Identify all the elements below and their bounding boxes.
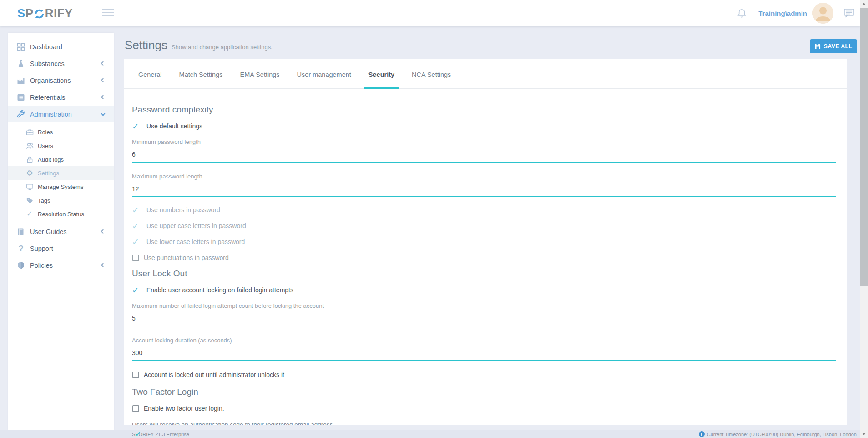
empty-checkbox-icon [132, 405, 139, 412]
checkbox-label: Enable user account locking on failed lo… [146, 286, 293, 294]
chat-icon[interactable] [843, 8, 855, 19]
use-lowercase-checkbox[interactable]: ✓ Use lower case letters in password [132, 236, 836, 247]
checkbox-label: Account is locked out until administrato… [144, 371, 284, 378]
sidebar-item-manage-systems[interactable]: Manage Systems [8, 180, 114, 194]
sidebar-item-support[interactable]: ? Support [8, 240, 114, 257]
locking-duration-field: Account locking duration (as seconds) 30… [132, 336, 836, 361]
sidebar-item-referentials[interactable]: Referentials [8, 89, 114, 106]
notifications-bell-icon[interactable] [737, 8, 747, 19]
user-menu[interactable]: Training\admin [758, 10, 807, 17]
sidebar-item-roles[interactable]: Roles [8, 125, 114, 139]
sidebar-item-substances[interactable]: Substances [8, 55, 114, 72]
sidebar-item-settings[interactable]: ⚙ Settings [8, 166, 114, 180]
tab-match-settings[interactable]: Match Settings [179, 70, 223, 88]
checkmark-icon: ✓ [132, 286, 142, 295]
use-default-settings-checkbox[interactable]: ✓ Use default settings [132, 121, 836, 132]
sidebar-item-label: Administration [30, 111, 72, 118]
chevron-left-icon [101, 78, 106, 82]
empty-checkbox-icon [132, 255, 139, 261]
timezone-text: Current Timezone: (UTC+00:00) Dublin, Ed… [707, 432, 857, 437]
locking-duration-input[interactable]: 300 [132, 349, 836, 357]
sidebar-item-dashboard[interactable]: Dashboard [8, 38, 114, 55]
sidebar-item-administration[interactable]: Administration [8, 106, 114, 122]
sidebar-item-label: Substances [30, 60, 65, 67]
sidebar-item-label: Roles [38, 129, 53, 136]
factory-icon [16, 76, 25, 85]
list-icon [16, 93, 25, 102]
sidebar-item-tags[interactable]: Tags [8, 194, 114, 207]
sidebar-item-organisations[interactable]: Organisations [8, 72, 114, 89]
field-label: Minimum password length [132, 138, 836, 146]
save-all-label: SAVE ALL [824, 43, 853, 50]
security-settings-form: Password complexity ✓ Use default settin… [124, 89, 847, 425]
checkbox-label: Use punctuations in password [144, 254, 229, 261]
sidebar-item-audit-logs[interactable]: Audit logs [8, 153, 114, 166]
administration-submenu: Roles Users Audit logs ⚙ Settings [8, 125, 114, 221]
max-failed-attempts-field: Maximum number of failed login attempt c… [132, 302, 836, 326]
chevron-left-icon [101, 229, 106, 234]
locked-until-admin-checkbox[interactable]: Account is locked out until administrato… [132, 369, 836, 380]
user-lock-out-heading: User Lock Out [132, 268, 836, 279]
lock-icon [25, 155, 34, 163]
min-password-length-input[interactable]: 6 [132, 150, 836, 158]
enable-two-factor-checkbox[interactable]: Enable two factor user login. [132, 403, 836, 414]
sidebar-item-policies[interactable]: Policies [8, 257, 114, 274]
sidebar-item-label: Dashboard [30, 43, 62, 51]
use-uppercase-checkbox[interactable]: ✓ Use upper case letters in password [132, 220, 836, 231]
two-factor-note: Users will receive an authentication cod… [132, 421, 836, 425]
max-failed-attempts-input[interactable]: 5 [132, 314, 836, 322]
logo-rest: RIFY [45, 6, 73, 20]
enable-account-locking-checkbox[interactable]: ✓ Enable user account locking on failed … [132, 285, 836, 295]
navbar-right: Training\admin [737, 0, 858, 26]
checkmark-icon: ✓ [132, 122, 142, 131]
sporify-logo: SP RIFY [17, 6, 73, 20]
logo-letter-p: P [25, 6, 34, 20]
save-all-button[interactable]: SAVE ALL [810, 39, 857, 53]
tab-nca-settings[interactable]: NCA Settings [412, 70, 451, 88]
wrench-icon [16, 110, 25, 119]
sidebar-item-label: Support [30, 245, 53, 252]
gear-icon: ⚙ [25, 169, 34, 177]
chevron-left-icon [101, 263, 106, 267]
info-icon: i [699, 431, 705, 437]
chevron-left-icon [101, 95, 106, 99]
use-punctuations-checkbox[interactable]: Use punctuations in password [132, 252, 836, 263]
check-icon: ✓ [25, 210, 34, 218]
logo-sync-o-icon [34, 9, 45, 19]
tab-security[interactable]: Security [368, 70, 394, 88]
tag-icon [25, 196, 34, 204]
scrollbar-up-arrow[interactable] [862, 3, 866, 5]
book-icon [16, 227, 25, 236]
use-numbers-checkbox[interactable]: ✓ Use numbers in password [132, 204, 836, 215]
checkbox-label: Enable two factor user login. [144, 405, 224, 412]
footer: SPORIFY 21.3 Enterprise i Current Timezo… [0, 430, 860, 438]
menu-toggle-icon[interactable] [102, 9, 114, 17]
save-floppy-icon [815, 43, 821, 49]
dashboard-grid-icon [16, 42, 25, 51]
min-password-length-field: Minimum password length 6 [132, 138, 836, 163]
tab-user-management[interactable]: User management [297, 70, 351, 88]
tab-general[interactable]: General [138, 70, 162, 88]
max-password-length-field: Maximum password length 12 [132, 173, 836, 197]
vertical-scrollbar[interactable] [860, 0, 868, 438]
top-navbar: SP RIFY Training\admin [0, 0, 860, 26]
page-title: Settings [125, 38, 167, 52]
checkmark-icon: ✓ [132, 222, 142, 230]
tab-ema-settings[interactable]: EMA Settings [240, 70, 280, 88]
field-label: Account locking duration (as seconds) [132, 336, 836, 345]
sidebar-item-resolution-status[interactable]: ✓ Resolution Status [8, 207, 114, 221]
sidebar-item-users[interactable]: Users [8, 139, 114, 153]
sidebar-item-label: Users [38, 143, 53, 149]
checkbox-label: Use numbers in password [146, 206, 220, 214]
sidebar-item-label: Organisations [30, 77, 71, 84]
scrollbar-down-arrow[interactable] [862, 433, 866, 435]
sidebar: Dashboard Substances Organisations Refer… [8, 33, 114, 430]
avatar[interactable] [812, 3, 833, 24]
sidebar-item-user-guides[interactable]: User Guides [8, 223, 114, 240]
checkbox-label: Use lower case letters in password [146, 238, 245, 245]
settings-tabs: General Match Settings EMA Settings User… [124, 59, 847, 89]
scrollbar-thumb[interactable] [860, 8, 868, 286]
password-complexity-heading: Password complexity [132, 104, 836, 115]
max-password-length-input[interactable]: 12 [132, 185, 836, 193]
sidebar-item-label: Resolution Status [38, 211, 84, 218]
